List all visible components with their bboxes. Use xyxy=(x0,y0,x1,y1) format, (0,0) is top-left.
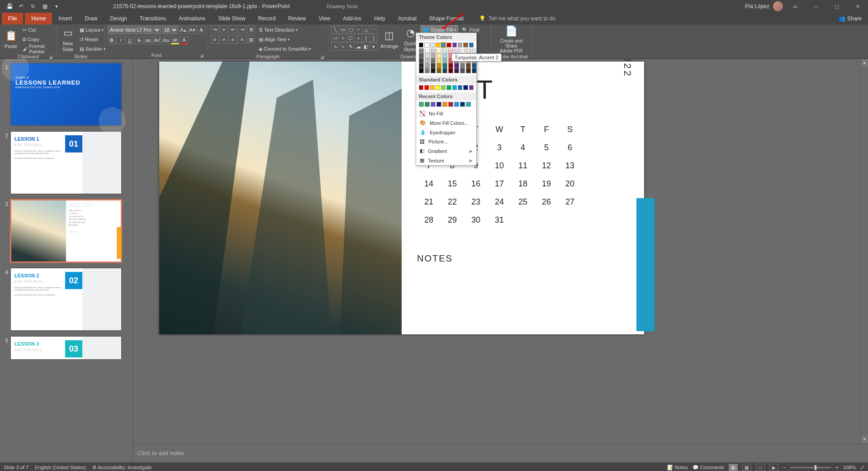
numbering-button[interactable]: ≡ xyxy=(220,25,228,33)
color-swatch[interactable] xyxy=(425,63,430,68)
color-swatch[interactable] xyxy=(436,43,440,48)
color-swatch[interactable] xyxy=(441,85,446,90)
color-swatch[interactable] xyxy=(424,85,429,90)
color-swatch[interactable] xyxy=(466,102,471,107)
color-swatch[interactable] xyxy=(446,85,451,90)
color-swatch[interactable] xyxy=(452,43,457,48)
share-button[interactable]: Share xyxy=(847,15,862,22)
color-swatch[interactable] xyxy=(448,68,453,73)
shape-rect-icon[interactable]: ▭ xyxy=(339,25,347,33)
shape-freeform-icon[interactable]: ✎ xyxy=(346,43,355,51)
color-swatch[interactable] xyxy=(425,102,430,107)
align-text-button[interactable]: ▤Align Text▾ xyxy=(257,35,313,44)
color-swatch[interactable] xyxy=(419,53,424,58)
color-swatch[interactable] xyxy=(442,58,447,63)
color-swatch[interactable] xyxy=(436,48,441,53)
font-color-button[interactable]: A xyxy=(180,36,188,44)
user-avatar[interactable] xyxy=(773,1,783,11)
zoom-slider[interactable] xyxy=(790,467,831,468)
color-swatch[interactable] xyxy=(419,85,423,90)
color-swatch[interactable] xyxy=(460,68,465,73)
color-swatch[interactable] xyxy=(436,53,441,58)
shape-oval-icon[interactable]: ○ xyxy=(354,25,362,33)
tab-help[interactable]: Help xyxy=(368,13,392,24)
vertical-scrollbar[interactable]: ▲▼ xyxy=(860,59,868,443)
close-button[interactable]: ✕ xyxy=(849,0,866,13)
color-swatch[interactable] xyxy=(448,48,453,53)
font-launcher-icon[interactable]: ◪ xyxy=(200,53,204,58)
slide-thumbnails-panel[interactable]: 1 SIMPLE LESSONS LEARNED PRESENTATION TE… xyxy=(0,59,133,462)
highlight-button[interactable]: ab xyxy=(171,36,179,44)
color-swatch[interactable] xyxy=(454,63,459,68)
ribbon-options-icon[interactable]: ▭ xyxy=(787,0,804,13)
tab-insert[interactable]: Insert xyxy=(52,13,78,24)
grow-font-button[interactable]: A▴ xyxy=(179,26,187,34)
strikethrough-button[interactable]: S̶ xyxy=(135,36,143,44)
color-swatch[interactable] xyxy=(463,85,468,90)
color-swatch[interactable] xyxy=(442,53,447,58)
paste-button[interactable]: 📋 Paste xyxy=(3,25,19,53)
color-swatch[interactable] xyxy=(419,58,424,63)
tab-draw[interactable]: Draw xyxy=(78,13,104,24)
qat-more-icon[interactable]: ▾ xyxy=(52,1,62,11)
start-from-beginning-icon[interactable]: ▦ xyxy=(40,1,50,11)
slide-thumbnail-4[interactable]: LESSON 2Edit Title HereInsert your desir… xyxy=(11,268,121,330)
shape-brace-icon[interactable]: { xyxy=(362,34,370,42)
tab-slideshow[interactable]: Slide Show xyxy=(212,13,251,24)
notes-toggle[interactable]: 📝 Notes xyxy=(667,465,688,471)
color-swatch[interactable] xyxy=(436,63,441,68)
color-swatch[interactable] xyxy=(448,63,453,68)
shape-line-icon[interactable]: ╲ xyxy=(331,25,339,33)
zoom-out-button[interactable]: − xyxy=(783,465,786,470)
color-swatch[interactable] xyxy=(460,48,465,53)
font-size-select[interactable]: 18 xyxy=(162,25,178,34)
italic-button[interactable]: I xyxy=(117,36,125,44)
scroll-down-icon[interactable]: ▼ xyxy=(861,436,868,443)
shrink-font-button[interactable]: A▾ xyxy=(188,26,196,34)
line-spacing-button[interactable]: ≣ xyxy=(247,25,255,33)
color-swatch[interactable] xyxy=(446,43,451,48)
color-swatch[interactable] xyxy=(472,48,477,53)
shape-curve-icon[interactable]: ∿ xyxy=(331,43,339,51)
tab-addins[interactable]: Add-ins xyxy=(337,13,368,24)
no-fill-item[interactable]: No Fill xyxy=(416,109,476,118)
slide-thumbnail-2[interactable]: LESSON 1Edit Title HereInsert your desir… xyxy=(11,132,121,194)
color-swatch[interactable] xyxy=(454,102,459,107)
slideshow-view-button[interactable]: ▶ xyxy=(769,464,778,471)
color-swatch[interactable] xyxy=(448,102,453,107)
color-swatch[interactable] xyxy=(431,68,436,73)
color-swatch[interactable] xyxy=(469,85,474,90)
align-center-button[interactable]: ≡ xyxy=(220,35,228,43)
canvas-area[interactable]: 2022 GUST TWTFS 123456 78910111213 14151… xyxy=(133,59,868,443)
section-button[interactable]: ▤Section▾ xyxy=(78,44,107,53)
tab-view[interactable]: View xyxy=(312,13,337,24)
color-swatch[interactable] xyxy=(419,43,423,48)
color-swatch[interactable] xyxy=(442,48,447,53)
color-swatch[interactable] xyxy=(430,85,435,90)
align-right-button[interactable]: ≡ xyxy=(229,35,237,43)
reading-view-button[interactable]: ▭ xyxy=(756,464,765,471)
color-swatch[interactable] xyxy=(442,63,447,68)
shape-cloud-icon[interactable]: ☁ xyxy=(354,43,362,51)
bullets-button[interactable]: ≔ xyxy=(211,25,219,33)
tell-me-search[interactable]: 💡 Tell me what you want to do xyxy=(470,13,555,24)
shapes-gallery[interactable]: ╲▭▢○△⋯ ⇨☆⬡＋{} ∿⤷✎☁◧▾ xyxy=(331,25,377,51)
color-swatch[interactable] xyxy=(431,63,436,68)
color-swatch[interactable] xyxy=(419,68,424,73)
color-swatch[interactable] xyxy=(454,48,459,53)
shape-more-icon[interactable]: ⋯ xyxy=(370,25,378,33)
color-swatch[interactable] xyxy=(431,53,436,58)
font-name-select[interactable]: Avenir Next LT Pro xyxy=(108,25,161,34)
undo-icon[interactable]: ↶ xyxy=(16,1,26,11)
scroll-up-icon[interactable]: ▲ xyxy=(861,59,868,67)
color-swatch[interactable] xyxy=(425,68,430,73)
change-case-button[interactable]: Aa xyxy=(162,36,170,44)
slide-thumbnail-1[interactable]: SIMPLE LESSONS LEARNED PRESENTATION TEMP… xyxy=(11,63,121,125)
color-swatch[interactable] xyxy=(424,43,429,48)
columns-button[interactable]: ▥ xyxy=(247,35,255,43)
color-swatch[interactable] xyxy=(419,48,424,53)
color-swatch[interactable] xyxy=(463,43,468,48)
shadow-button[interactable]: ab xyxy=(144,36,152,44)
color-swatch[interactable] xyxy=(472,68,477,73)
maximize-button[interactable]: ▢ xyxy=(828,0,845,13)
